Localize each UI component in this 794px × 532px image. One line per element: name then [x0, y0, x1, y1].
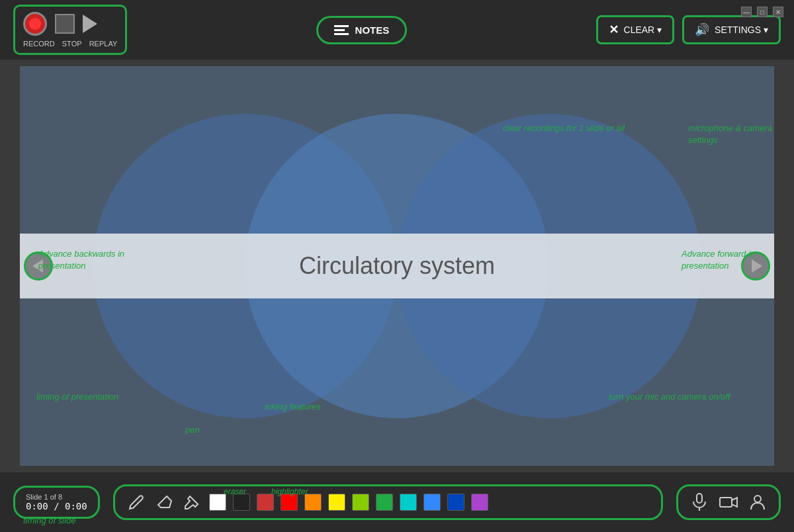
replay-label: REPLAY [89, 40, 118, 48]
eraser-icon [156, 494, 172, 510]
minimize-button[interactable]: — [741, 7, 752, 17]
microphone-button[interactable] [689, 492, 710, 513]
color-red[interactable] [281, 494, 298, 511]
top-center: NOTES [127, 16, 596, 44]
notes-line-2 [334, 29, 345, 31]
settings-icon: 🔊 [695, 22, 709, 37]
svg-rect-5 [720, 498, 732, 507]
camera-button[interactable] [718, 492, 739, 513]
replay-button[interactable] [83, 15, 97, 33]
prev-arrow-icon [32, 259, 43, 273]
svg-rect-3 [697, 494, 702, 503]
bottom-bar: Slide 1 of 8 0:00 / 0:00 [0, 472, 794, 532]
prev-slide-button[interactable] [24, 251, 53, 281]
notes-icon [334, 25, 349, 35]
media-controls [676, 484, 781, 520]
record-labels: RECORD STOP REPLAY [23, 40, 117, 48]
next-slide-button[interactable] [741, 251, 770, 281]
record-buttons [23, 12, 97, 36]
clear-x-icon: ✕ [609, 22, 619, 37]
color-lime[interactable] [352, 494, 369, 511]
window-controls: — □ ✕ [741, 7, 783, 17]
slide-title-banner: Circulatory system [20, 234, 774, 298]
record-label: RECORD [23, 40, 55, 48]
stop-label: STOP [60, 40, 84, 48]
close-button[interactable]: ✕ [773, 7, 783, 17]
slide-timer-group: Slide 1 of 8 0:00 / 0:00 [13, 486, 100, 519]
settings-label: SETTINGS ▾ [715, 24, 768, 35]
pen-icon [128, 494, 144, 510]
settings-button[interactable]: 🔊 SETTINGS ▾ [682, 15, 781, 44]
highlighter-tool-button[interactable] [181, 492, 202, 513]
color-orange[interactable] [304, 494, 322, 511]
clear-label: CLEAR ▾ [624, 24, 662, 35]
timer-display: 0:00 / 0:00 [26, 501, 87, 511]
eraser-tool-button[interactable] [154, 492, 175, 513]
user-button[interactable] [747, 492, 768, 513]
drawing-tools [113, 484, 663, 520]
top-right-controls: ✕ CLEAR ▾ 🔊 SETTINGS ▾ [596, 15, 781, 44]
color-purple[interactable] [471, 494, 488, 511]
color-cyan[interactable] [400, 494, 417, 511]
top-bar: RECORD STOP REPLAY NOTES ✕ CLEAR ▾ 🔊 SET… [0, 0, 794, 60]
slide-content: Circulatory system [20, 66, 774, 466]
color-blue[interactable] [447, 494, 464, 511]
color-yellow[interactable] [328, 494, 345, 511]
next-arrow-icon [752, 259, 762, 273]
record-controls-group: RECORD STOP REPLAY [13, 5, 127, 55]
color-dark-red[interactable] [257, 494, 274, 511]
record-icon [29, 18, 41, 30]
microphone-icon [691, 493, 707, 511]
notes-line-1 [334, 25, 349, 27]
camera-icon [719, 495, 738, 510]
color-green[interactable] [376, 494, 393, 511]
color-white[interactable] [209, 494, 226, 511]
slide-area: Circulatory system clear recordings for … [0, 60, 794, 472]
notes-line-3 [334, 33, 349, 35]
slide-indicator: Slide 1 of 8 [26, 493, 62, 501]
notes-label: NOTES [355, 24, 390, 36]
slide-title: Circulatory system [299, 252, 495, 280]
maximize-button[interactable]: □ [757, 7, 768, 17]
color-black[interactable] [233, 494, 250, 511]
user-icon [750, 494, 766, 511]
pen-tool-button[interactable] [126, 492, 147, 513]
stop-button[interactable] [55, 14, 75, 34]
highlighter-icon [184, 494, 200, 510]
clear-button[interactable]: ✕ CLEAR ▾ [596, 15, 675, 44]
notes-button[interactable]: NOTES [316, 16, 408, 44]
color-light-blue[interactable] [423, 494, 441, 511]
svg-point-6 [754, 496, 761, 502]
record-button[interactable] [23, 12, 47, 36]
